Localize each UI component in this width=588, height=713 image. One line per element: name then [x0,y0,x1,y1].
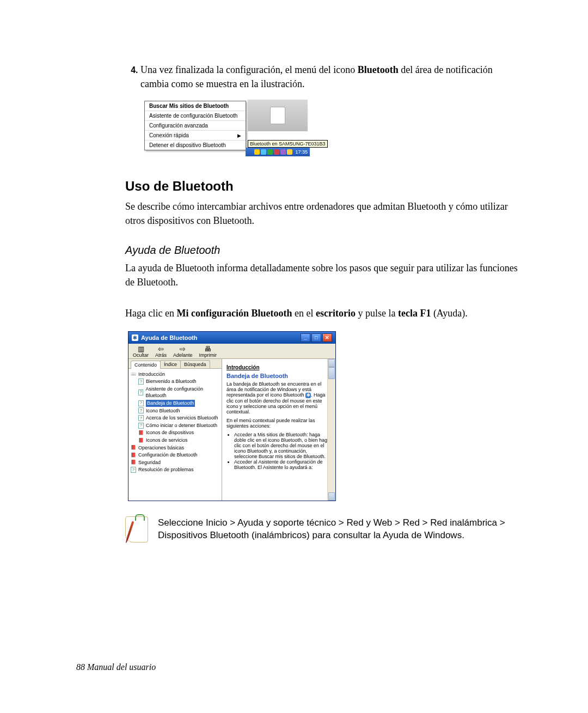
window-title: Ayuda de Bluetooth [141,334,197,341]
label: Asistente de configuración Bluetooth [149,113,237,119]
bluetooth-icon: ✻ [305,393,311,398]
tray-icon[interactable] [274,149,279,155]
tray-icon[interactable] [254,149,260,155]
tray-icon[interactable] [261,149,266,155]
forward-button[interactable]: ⇨Adelante [173,345,193,358]
section-body: Se describe cómo intercambiar archivos e… [125,199,523,228]
tree-item[interactable]: 📕Iconos de servicios [131,437,219,444]
tree-node[interactable]: 📖Introducción [131,371,219,379]
scrollbar[interactable] [327,359,335,501]
label: Bandeja de Bluetooth [146,400,195,407]
step-bold: Bluetooth [358,64,399,75]
label: Bienvenido a Bluetooth [146,378,197,385]
label: Detener el dispositivo Bluetooth [149,142,226,148]
page-footer: 88 Manual del usuario [76,662,156,672]
tree-node[interactable]: 📕Operaciones básicas [131,444,219,452]
help-toolbar: ▥Ocultar ⇦Atrás ⇨Adelante 🖶Imprimir [128,344,335,359]
label: Seguridad [138,459,161,466]
context-menu: Buscar Mis sitios de Bluetooth Asistente… [144,101,246,150]
t: Haga clic en [125,308,176,319]
arrow-left-icon: ⇦ [155,345,167,352]
label: Iconos de servicios [146,437,188,444]
titlebar: ✻ Ayuda de Bluetooth _ □ ✕ [128,332,335,344]
tree-node[interactable]: 📕Configuración de Bluetooth [131,452,219,459]
tab-search[interactable]: Búsqueda [180,360,210,368]
label: Operaciones básicas [138,444,184,452]
t-bold: tecla F1 [398,308,431,319]
window-controls: _ □ ✕ [301,333,332,342]
tray-menu-figure: Buscar Mis sitios de Bluetooth Asistente… [144,101,308,150]
tree-item[interactable]: 📕Iconos de dispositivos [131,429,219,437]
menu-item[interactable]: Configuración avanzada [145,121,246,131]
book-icon: 📕 [138,430,144,436]
printer-icon: 🖶 [199,345,217,352]
tray-icon[interactable] [287,149,292,155]
menu-item[interactable]: Asistente de configuración Bluetooth [145,111,246,121]
bluetooth-icon: ✻ [132,334,138,341]
maximize-button[interactable]: □ [311,333,321,342]
back-button[interactable]: ⇦Atrás [155,345,167,358]
section-heading: Uso de Bluetooth [125,179,523,194]
page-icon: ? [138,379,144,385]
nav-tabs: Contenido Índice Búsqueda [128,359,222,369]
instruction: Haga clic en Mi configuración Bluetooth … [125,306,523,320]
page-icon: ? [138,400,144,406]
window-icon [270,107,285,124]
book-icon: 📕 [131,460,136,465]
label: Icono Bluetooth [146,407,180,415]
label: Buscar Mis sitios de Bluetooth [149,103,229,109]
label: Iconos de dispositivos [146,429,194,436]
label: Resolución de problemas [138,466,194,473]
tab-index[interactable]: Índice [160,360,181,368]
tooltip: Bluetooth en SAMSUNG-7E031B3 [248,140,328,148]
t-bold: escritorio [316,308,356,319]
content-para: En el menú contextual puede realizar las… [226,418,331,429]
step-4-text: Una vez finalizada la configuración, el … [140,64,493,89]
tray-icon[interactable] [280,149,286,155]
list-item: Acceder al Asistente de configuración de… [234,459,331,470]
panel-icon: ▥ [133,345,149,352]
tree-item-selected[interactable]: ?Bandeja de Bluetooth [131,400,219,407]
content-list: Acceder a Mis sitios de Bluetooth: haga … [226,432,331,470]
step-4: Una vez finalizada la configuración, el … [140,63,523,91]
subsection-heading: Ayuda de Bluetooth [125,244,523,257]
close-button[interactable]: ✕ [322,333,332,342]
menu-item-submenu[interactable]: Conexión rápida ▶ [145,131,246,141]
page-icon: ? [138,415,144,421]
help-window: ✻ Ayuda de Bluetooth _ □ ✕ ▥Ocultar ⇦Atr… [128,331,336,501]
book-icon: 📕 [131,452,136,458]
label: Configuración de Bluetooth [138,452,198,459]
tree-item[interactable]: ?Bienvenido a Bluetooth [131,378,219,386]
content-para: La bandeja de Bluetooth se encuentra en … [226,381,331,415]
label: Ocultar [133,352,149,358]
page-icon: ? [138,407,144,413]
menu-item[interactable]: Detener el dispositivo Bluetooth [145,141,246,150]
tree-item[interactable]: ?Icono Bluetooth [131,407,219,415]
tab-contents[interactable]: Contenido [131,361,161,369]
tree-item[interactable]: ?Asistente de configuración Bluetooth [131,386,219,400]
tree-item[interactable]: ?Acerca de los servicios Bluetooth [131,415,219,422]
book-icon: 📕 [131,445,136,450]
content-heading: Introducción [226,364,331,370]
label: Acerca de los servicios Bluetooth [146,415,218,422]
list-item: Acceder a Mis sitios de Bluetooth: haga … [234,432,331,459]
menu-item[interactable]: Buscar Mis sitios de Bluetooth [145,101,246,111]
clock: 17:35 [295,149,308,155]
note: Seleccione Inicio > Ayuda y soporte técn… [125,516,523,543]
tray-icon[interactable] [267,149,273,155]
note-icon [125,516,148,543]
label: Imprimir [199,352,217,358]
minimize-button[interactable]: _ [301,333,310,342]
hide-button[interactable]: ▥Ocultar [133,345,149,358]
page-icon: ? [138,423,144,429]
t-bold: Mi configuración Bluetooth [176,308,292,319]
scroll-thumb[interactable] [328,367,335,379]
t: y pulse la [356,308,398,319]
tree-node[interactable]: ?Resolución de problemas [131,466,219,474]
tree-item[interactable]: ?Cómo iniciar o detener Bluetooth [131,422,219,430]
subsection-body: La ayuda de Bluetooth informa detalladam… [125,261,523,289]
page-icon: ? [131,467,136,473]
print-button[interactable]: 🖶Imprimir [199,345,217,358]
tree-node[interactable]: 📕Seguridad [131,459,219,467]
taskbar-bg [248,100,308,131]
